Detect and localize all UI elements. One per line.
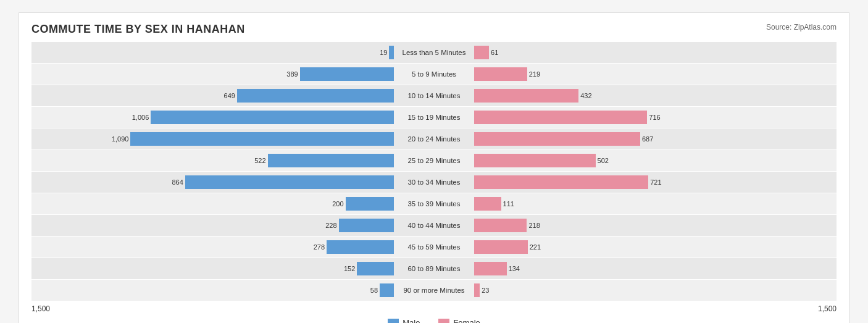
female-value: 218: [528, 222, 540, 229]
left-half: 278: [31, 237, 394, 258]
left-half: 649: [31, 85, 394, 106]
axis-right: 1,500: [818, 304, 837, 313]
male-bar: [339, 219, 394, 232]
male-value: 200: [332, 200, 343, 208]
table-row: 1,090 20 to 24 Minutes 687: [31, 128, 837, 149]
left-half: 19: [31, 42, 394, 63]
female-value: 502: [598, 157, 609, 164]
male-bar: [151, 111, 394, 124]
table-row: 1,006 15 to 19 Minutes 716: [31, 107, 837, 128]
female-value: 687: [642, 135, 653, 143]
chart-container: COMMUTE TIME BY SEX IN HANAHAN Source: Z…: [19, 12, 849, 323]
right-half: 432: [474, 85, 837, 106]
bar-label: 60 to 89 Minutes: [394, 265, 474, 272]
male-value: 1,006: [132, 114, 149, 121]
female-bar: [474, 175, 648, 189]
table-row: 522 25 to 29 Minutes 502: [31, 150, 837, 171]
right-half: 502: [474, 150, 837, 171]
right-half: 219: [474, 64, 837, 85]
right-half: 61: [474, 42, 837, 63]
right-half: 716: [474, 107, 837, 128]
bar-label: 30 to 34 Minutes: [394, 178, 474, 186]
right-half: 221: [474, 237, 837, 258]
left-half: 58: [31, 280, 394, 301]
bar-label: 45 to 59 Minutes: [394, 243, 474, 251]
female-value: 432: [580, 92, 591, 99]
chart-title: COMMUTE TIME BY SEX IN HANAHAN: [31, 23, 245, 36]
table-row: 152 60 to 89 Minutes 134: [31, 258, 837, 279]
left-half: 1,090: [31, 128, 394, 149]
male-bar: [268, 154, 394, 167]
legend: Male Female: [31, 318, 837, 323]
male-bar: [185, 175, 394, 189]
female-bar: [474, 219, 527, 232]
male-value: 278: [314, 243, 325, 251]
male-bar: [327, 240, 394, 254]
right-half: 134: [474, 258, 837, 279]
legend-female: Female: [438, 318, 480, 323]
bar-label: 35 to 39 Minutes: [394, 200, 474, 208]
left-half: 864: [31, 172, 394, 193]
right-half: 687: [474, 128, 837, 149]
axis-row: 1,500 1,500: [31, 304, 837, 313]
left-half: 522: [31, 150, 394, 171]
female-bar: [474, 197, 501, 211]
male-value: 1,090: [112, 135, 129, 143]
female-value: 23: [482, 287, 489, 294]
bar-label: 40 to 44 Minutes: [394, 222, 474, 229]
female-value: 221: [530, 243, 541, 251]
table-row: 19 Less than 5 Minutes 61: [31, 42, 837, 63]
legend-male: Male: [388, 318, 420, 323]
table-row: 389 5 to 9 Minutes 219: [31, 64, 837, 85]
male-bar: [357, 262, 393, 275]
male-value: 649: [224, 92, 235, 99]
left-half: 152: [31, 258, 394, 279]
male-legend-label: Male: [403, 318, 420, 323]
left-half: 200: [31, 193, 394, 214]
axis-left: 1,500: [31, 304, 50, 313]
female-value: 716: [649, 114, 660, 121]
left-half: 228: [31, 215, 394, 236]
bar-label: 20 to 24 Minutes: [394, 135, 474, 143]
male-bar: [389, 46, 393, 59]
female-bar: [474, 240, 527, 254]
table-row: 649 10 to 14 Minutes 432: [31, 85, 837, 106]
chart-source: Source: ZipAtlas.com: [766, 23, 837, 31]
table-row: 278 45 to 59 Minutes 221: [31, 237, 837, 258]
male-value: 58: [370, 287, 378, 294]
female-bar: [474, 283, 480, 297]
table-row: 200 35 to 39 Minutes 111: [31, 193, 837, 214]
male-value: 152: [344, 265, 355, 272]
table-row: 864 30 to 34 Minutes 721: [31, 172, 837, 193]
female-legend-label: Female: [453, 318, 480, 323]
bar-label: 5 to 9 Minutes: [394, 70, 474, 78]
table-row: 228 40 to 44 Minutes 218: [31, 215, 837, 236]
table-row: 58 90 or more Minutes 23: [31, 280, 837, 301]
male-value: 228: [325, 222, 336, 229]
female-value: 721: [650, 178, 661, 186]
male-bar: [300, 67, 394, 81]
bar-label: 10 to 14 Minutes: [394, 92, 474, 99]
male-value: 389: [286, 70, 298, 78]
left-half: 389: [31, 64, 394, 85]
female-value: 61: [491, 49, 498, 56]
male-value: 864: [172, 178, 183, 186]
male-bar: [237, 89, 394, 103]
left-half: 1,006: [31, 107, 394, 128]
bar-label: Less than 5 Minutes: [394, 49, 474, 56]
female-bar: [474, 67, 527, 81]
female-bar: [474, 262, 506, 275]
right-half: 721: [474, 172, 837, 193]
female-bar: [474, 46, 489, 59]
male-legend-box: [388, 319, 399, 324]
male-value: 19: [380, 49, 387, 56]
right-half: 23: [474, 280, 837, 301]
female-bar: [474, 111, 647, 124]
male-bar: [130, 132, 393, 146]
female-value: 111: [503, 200, 514, 208]
chart-rows: 19 Less than 5 Minutes 61 389 5 to 9 Min…: [31, 42, 837, 301]
bar-label: 15 to 19 Minutes: [394, 114, 474, 121]
chart-header: COMMUTE TIME BY SEX IN HANAHAN Source: Z…: [31, 23, 837, 36]
female-legend-box: [438, 319, 449, 324]
female-bar: [474, 132, 640, 146]
